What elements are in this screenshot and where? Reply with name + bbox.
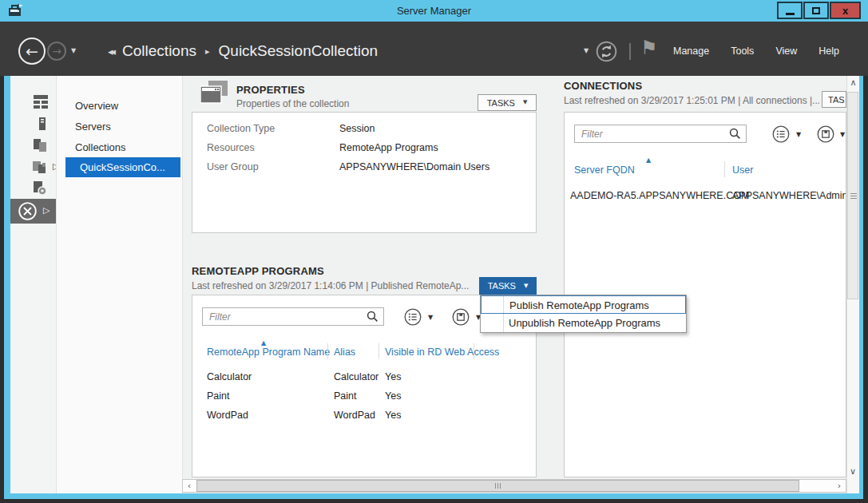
breadcrumb-separator-icon: ▸ [205,47,210,56]
scroll-down-arrow[interactable]: ∨ [846,465,859,477]
remoteapp-tasks-label: TASKS [488,281,516,291]
connections-tasks-label: TAS [828,95,845,105]
sidebar-icon-rail: ▷ [10,76,56,493]
properties-tasks-button[interactable]: TASKS ▼ [478,94,537,111]
menu-item-label: Unpublish RemoteApp Programs [509,317,660,329]
cell-visible: Yes [385,371,401,382]
close-icon: x [842,5,848,17]
sidebar-item-quicksessioncollection[interactable]: QuickSessionCo... [65,157,180,177]
column-header-server-fqdn[interactable]: Server FQDN [574,164,635,176]
maximize-icon [812,7,820,14]
remoteapp-filter-input[interactable] [202,307,384,326]
save-query-caret-icon[interactable]: ▼ [840,132,845,138]
cell-user: APPSANYWHERE\Adminis [732,190,846,201]
menu-help[interactable]: Help [818,46,839,57]
titlebar: Server Manager x [0,0,868,22]
menu-tools[interactable]: Tools [731,46,754,57]
notifications-flag-icon[interactable]: ⚑ [640,38,658,57]
scroll-up-arrow[interactable]: ∧ [847,76,859,89]
horizontal-scrollbar-thumb[interactable] [196,480,799,492]
navigation-bar: ← → ▼ ◂◂ Collections ▸ QuickSessionColle… [0,22,868,76]
scroll-right-arrow[interactable]: › [833,480,846,492]
menu-item-publish-remoteapp[interactable]: Publish RemoteApp Programs [481,295,686,314]
save-query-icon[interactable] [452,308,470,326]
menu-manage[interactable]: Manage [673,46,709,57]
cell-alias: Calculator [334,371,379,382]
save-query-icon[interactable] [817,125,834,143]
sidebar-selected-label: QuickSessionCo... [80,161,165,173]
column-header-visible[interactable]: Visible in RD Web Access [385,347,499,358]
field-label: Collection Type [207,123,275,134]
properties-panel-body: Collection Type Session Resources Remote… [192,112,537,233]
cell-program-name: Paint [207,390,230,402]
cell-visible: Yes [385,410,401,421]
list-view-caret-icon[interactable]: ▼ [796,132,801,138]
properties-panel-subtitle: Properties of the collection [236,98,349,109]
back-button[interactable]: ← [18,38,46,65]
refresh-icon[interactable] [596,41,617,62]
field-label: Resources [207,142,255,153]
sidebar-menu [56,76,182,493]
window-border-bottom [4,493,863,499]
properties-panel-title: PROPERTIES [236,84,305,96]
sidebar-item-overview[interactable]: Overview [75,100,118,112]
column-separator [724,161,725,177]
list-view-icon[interactable] [404,308,422,326]
properties-panel-icon [200,81,229,106]
breadcrumb-current-page: QuickSessionCollection [219,42,379,60]
search-icon [729,128,741,140]
remoteapp-tasks-caret-icon: ▼ [524,283,528,289]
menu-item-unpublish-remoteapp[interactable]: Unpublish RemoteApp Programs [481,314,686,332]
connections-panel-subtitle: Last refreshed on 3/29/2017 1:25:01 PM |… [564,95,819,106]
sidebar-item-dashboard-icon[interactable] [33,93,49,109]
scroll-grip [850,193,857,194]
history-dropdown-caret-icon[interactable]: ▼ [71,48,76,54]
remoteapp-tasks-button[interactable]: TASKS ▼ [479,277,537,295]
menu-view[interactable]: View [775,46,797,57]
cell-visible: Yes [385,390,401,402]
sidebar-item-file-storage-icon[interactable] [32,159,48,175]
sidebar-item-local-server-icon[interactable] [34,116,50,132]
connections-panel-title: CONNECTIONS [564,80,642,92]
sort-ascending-icon: ▲ [646,157,651,164]
breadcrumb-collections[interactable]: Collections [122,42,196,60]
close-button[interactable]: x [830,2,861,19]
list-view-icon[interactable] [772,125,790,143]
cell-alias: Paint [334,390,357,402]
breadcrumb-collapse-icon[interactable]: ◂◂ [108,46,113,57]
vertical-scrollbar-thumb[interactable] [847,92,858,299]
properties-tasks-label: TASKS [487,98,515,108]
list-view-caret-icon[interactable]: ▼ [428,315,433,321]
connections-filter-input[interactable] [574,125,747,143]
column-header-program-name[interactable]: RemoteApp Program Name [207,347,330,358]
minimize-icon [786,13,795,15]
menu-item-label: Publish RemoteApp Programs [509,299,649,311]
field-label: User Group [207,161,259,172]
refresh-dropdown-caret-icon[interactable]: ▼ [584,48,589,54]
forward-button[interactable]: → [47,42,66,61]
sidebar-item-servers[interactable]: Servers [75,121,111,133]
minimize-button[interactable] [777,2,803,19]
sidebar-item-all-servers-icon[interactable] [32,137,48,153]
sidebar-item-remote-desktop-services[interactable]: ▷ [10,199,56,224]
navbar-divider [629,43,631,60]
scroll-left-arrow[interactable]: ‹ [183,480,196,492]
cell-program-name: Calculator [207,371,252,382]
rds-expand-icon: ▷ [43,206,50,215]
column-separator [379,343,379,359]
column-header-user[interactable]: User [732,164,753,176]
scroll-grip [850,196,857,196]
forward-arrow-icon: → [52,46,61,57]
sidebar-item-server-role-icon[interactable] [32,180,48,196]
scroll-grip [850,198,857,199]
remoteapp-panel-subtitle: Last refreshed on 3/29/2017 1:14:06 PM |… [192,280,476,291]
maximize-button[interactable] [803,2,829,19]
window-border-left [4,76,10,499]
tasks-dropdown-menu: Publish RemoteApp Programs Unpublish Rem… [480,295,687,333]
sidebar-item-collections[interactable]: Collections [75,141,126,153]
connections-tasks-button[interactable]: TAS [822,91,846,108]
window-title: Server Manager [0,5,868,17]
column-header-alias[interactable]: Alias [334,347,355,358]
breadcrumb: ◂◂ Collections ▸ QuickSessionCollection [108,38,378,65]
column-separator [474,343,474,359]
